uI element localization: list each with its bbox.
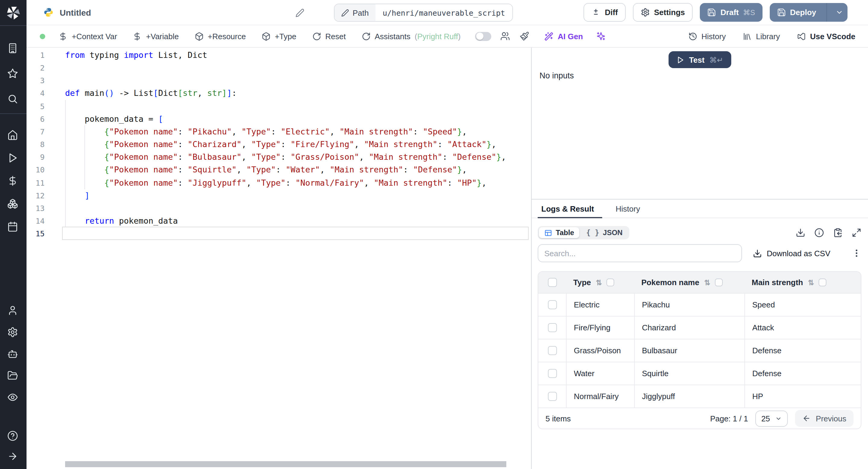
code-text: ] [65, 189, 90, 201]
windmill-logo-icon[interactable] [0, 0, 27, 26]
editor-toolbar: +Context Var+Variable+Resource+TypeReset… [27, 25, 868, 48]
dollar-icon[interactable] [7, 176, 19, 187]
table-cell: Pikachu [634, 293, 744, 316]
add-variable-button[interactable]: +Variable [133, 32, 179, 41]
sort-icon[interactable]: ⇅ [704, 278, 710, 287]
code-line-9[interactable]: 9 {"Pokemon name": "Bulbasaur", "Type": … [27, 151, 531, 163]
download-result-button[interactable] [796, 228, 805, 238]
history-button[interactable]: History [688, 32, 726, 41]
code-line-10[interactable]: 10 {"Pokemon name": "Squirtle", "Type": … [27, 164, 531, 176]
table-row[interactable]: Grass/PoisonBulbasaurDefense [538, 339, 861, 362]
star-icon[interactable] [7, 68, 19, 80]
code-text: {"Pokemon name": "Pikachu", "Type": "Ele… [65, 125, 467, 138]
row-checkbox[interactable] [548, 323, 557, 332]
table-row[interactable]: Fire/FlyingCharizardAttack [538, 316, 861, 339]
multiplayer-users-button[interactable] [500, 31, 510, 41]
path-field[interactable]: Path u/henri/maneuverable_script [334, 4, 513, 22]
code-line-1[interactable]: 1from typing import List, Dict [27, 49, 531, 61]
code-line-12[interactable]: 12 ] [27, 189, 531, 201]
column-toggle[interactable] [819, 279, 827, 286]
code-line-8[interactable]: 8 {"Pokemon name": "Charizard", "Type": … [27, 138, 531, 151]
row-checkbox[interactable] [548, 369, 557, 378]
ai-sparkles-button[interactable] [596, 31, 607, 41]
column-toggle[interactable] [607, 279, 615, 286]
code-line-7[interactable]: 7 {"Pokemon name": "Pikachu", "Type": "E… [27, 125, 531, 138]
history-icon [688, 32, 697, 41]
row-checkbox[interactable] [548, 392, 557, 401]
download-csv-button[interactable]: Download as CSV [753, 249, 830, 258]
user-icon[interactable] [7, 305, 19, 317]
settings-button[interactable]: Settings [633, 3, 693, 22]
assistants-button[interactable]: Assistants (Pyright Ruff) [361, 32, 461, 41]
arrow-right-icon[interactable] [7, 451, 19, 463]
draft-button[interactable]: Draft ⌘S [700, 3, 763, 22]
result-info-button[interactable] [814, 228, 824, 238]
deploy-dropdown-button[interactable] [831, 8, 847, 16]
page-size-select[interactable]: 25 [755, 410, 788, 427]
code-editor[interactable]: 1from typing import List, Dict234def mai… [27, 48, 532, 469]
search-icon[interactable] [7, 93, 19, 105]
boxes-icon[interactable] [7, 198, 19, 210]
search-input[interactable] [538, 244, 742, 262]
table-row[interactable]: WaterSquirtleDefense [538, 362, 861, 385]
line-number: 14 [27, 215, 44, 227]
table-cell: Squirtle [634, 362, 744, 385]
table-cell: Defense [744, 362, 861, 385]
view-toggle-table[interactable]: Table [539, 227, 580, 238]
table-menu-button[interactable] [852, 248, 861, 258]
tab-history[interactable]: History [616, 199, 640, 218]
copy-result-button[interactable] [833, 228, 843, 238]
code-line-13[interactable]: 13 [27, 202, 531, 215]
code-line-2[interactable]: 2 [27, 61, 531, 74]
help-icon[interactable] [7, 430, 19, 442]
library-button[interactable]: Library [743, 32, 780, 41]
sort-icon[interactable]: ⇅ [808, 278, 814, 287]
previous-page-button[interactable]: Previous [795, 410, 854, 427]
code-line-14[interactable]: 14 return pokemon_data [27, 215, 531, 227]
sort-icon[interactable]: ⇅ [596, 278, 602, 287]
code-line-3[interactable]: 3 [27, 74, 531, 87]
play-icon[interactable] [7, 153, 19, 164]
folder-open-icon[interactable] [7, 370, 19, 382]
code-line-11[interactable]: 11 {"Pokemon name": "Jigglypuff", "Type"… [27, 176, 531, 189]
table-row[interactable]: Normal/FairyJigglypuffHP [538, 385, 861, 408]
diff-button[interactable]: Diff [584, 3, 626, 22]
code-line-6[interactable]: 6 pokemon_data = [ [27, 113, 531, 125]
assistants-toggle[interactable] [475, 32, 491, 41]
horizontal-scrollbar[interactable] [65, 461, 506, 467]
code-line-5[interactable]: 5 [27, 100, 531, 113]
test-button[interactable]: Test ⌘↵ [669, 51, 731, 68]
row-checkbox[interactable] [548, 300, 557, 309]
line-number: 12 [27, 189, 44, 201]
add-type-button[interactable]: +Type [261, 32, 297, 41]
gear-icon[interactable] [7, 327, 19, 339]
tab-logs-result[interactable]: Logs & Result [541, 199, 594, 218]
ai-gen-button[interactable]: AI Gen [544, 32, 583, 41]
select-all-checkbox[interactable] [548, 278, 557, 287]
add-resource-button[interactable]: +Resource [194, 32, 246, 41]
lint-status: Pyright Ruff [417, 32, 458, 41]
calendar-icon[interactable] [7, 221, 19, 233]
building-icon[interactable] [7, 43, 19, 55]
home-icon[interactable] [7, 130, 19, 142]
reset-button[interactable]: Reset [312, 32, 346, 41]
arrow-left-icon [803, 414, 811, 423]
view-toggle-json[interactable]: { } JSON [581, 227, 628, 238]
code-line-4[interactable]: 4def main() -> List[Dict[str, str]]: [27, 87, 531, 100]
column-toggle[interactable] [715, 279, 723, 286]
deploy-button[interactable]: Deploy [770, 3, 847, 22]
expand-result-button[interactable] [852, 228, 861, 238]
row-checkbox[interactable] [548, 346, 557, 355]
bot-icon[interactable] [7, 348, 19, 361]
python-language-icon [43, 7, 54, 18]
add-context-var-button[interactable]: +Context Var [59, 32, 117, 41]
package-icon [194, 32, 204, 41]
edit-title-button[interactable] [296, 8, 305, 18]
code-line-15[interactable]: 15 [27, 227, 531, 240]
eye-icon[interactable] [7, 392, 19, 404]
table-cell: Charizard [634, 316, 744, 339]
format-code-button[interactable] [520, 31, 530, 41]
table-controls: Download as CSV [538, 244, 861, 262]
use-vscode-button[interactable]: Use VScode [797, 32, 855, 41]
table-row[interactable]: ElectricPikachuSpeed [538, 293, 861, 316]
